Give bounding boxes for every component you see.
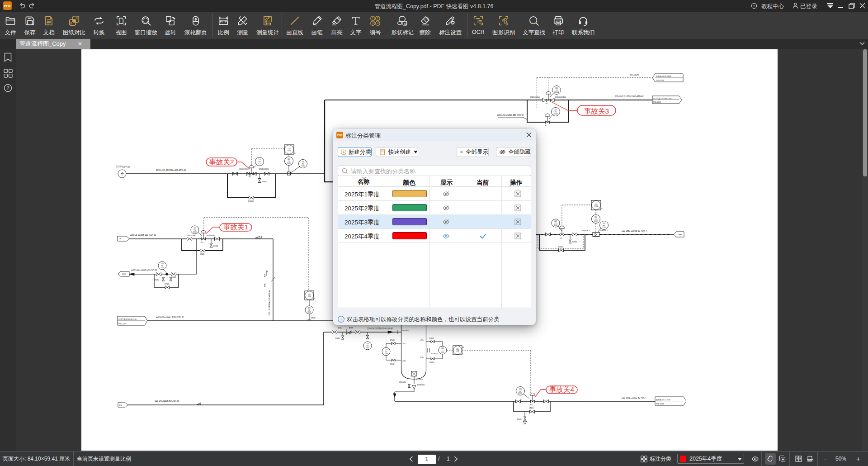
- svg-text:2105: 2105: [307, 311, 311, 313]
- svg-text:3: 3: [372, 22, 374, 25]
- svg-text:DN40: DN40: [390, 363, 395, 365]
- svg-text:ARK: ARK: [264, 283, 266, 287]
- svg-text:220-LSC-21005-25-A1A-W: 220-LSC-21005-25-A1A-W: [131, 269, 157, 271]
- svg-text:FC: FC: [530, 404, 533, 406]
- svg-text:220-LN-21005-50-A1A-W: 220-LN-21005-50-A1A-W: [155, 400, 179, 402]
- svg-text:FE: FE: [603, 225, 605, 227]
- svg-text:P/ID-2201: P/ID-2201: [656, 79, 664, 81]
- svg-text:PE: PE: [302, 163, 304, 165]
- svg-text:事故关1: 事故关1: [223, 223, 248, 231]
- svg-text:DN25: DN25: [154, 279, 159, 281]
- svg-text:DN25: DN25: [165, 283, 170, 285]
- svg-text:PV: PV: [556, 90, 558, 91]
- svg-text:2125: 2125: [287, 162, 291, 164]
- svg-text:FC: FC: [545, 124, 547, 127]
- svg-text:50-100%: 50-100%: [630, 74, 639, 76]
- svg-text:?: ?: [7, 85, 9, 90]
- svg-text:DN50: DN50: [558, 246, 563, 248]
- svg-text:N2DN50: N2DN50: [402, 330, 409, 332]
- svg-text:220-WNE-21002-80-ATK-T: 220-WNE-21002-80-ATK-T: [622, 397, 647, 399]
- svg-text:DN40: DN40: [311, 317, 316, 319]
- svg-text:P/ID-2221: P/ID-2221: [653, 101, 661, 103]
- svg-text:IL: IL: [314, 297, 316, 300]
- svg-text:2125: 2125: [258, 163, 261, 165]
- svg-text:DN800X400: DN800X400: [530, 96, 540, 98]
- svg-text:A1A: A1A: [264, 273, 266, 277]
- svg-text:DN50X25: DN50X25: [600, 229, 609, 232]
- svg-text:DN25: DN25: [171, 276, 176, 278]
- svg-text:A: A: [75, 17, 78, 20]
- svg-text:2161: 2161: [441, 352, 444, 353]
- svg-text:2162: 2162: [594, 220, 598, 222]
- svg-text:220-LNC-21017-600-ARK-W: 220-LNC-21017-600-ARK-W: [156, 316, 184, 318]
- svg-text:FC: FC: [560, 237, 562, 239]
- svg-text:220: 220: [288, 148, 291, 150]
- svg-text:N2 DN500: N2 DN500: [431, 353, 438, 355]
- svg-text:DN25: DN25: [213, 245, 218, 247]
- svg-text:PV: PV: [259, 161, 261, 163]
- svg-text:残液去220-C-2105: 残液去220-C-2105: [656, 399, 670, 401]
- svg-text:FXA: FXA: [288, 150, 291, 152]
- svg-text:LS: LS: [119, 238, 121, 240]
- svg-text:DN80: DN80: [529, 407, 534, 409]
- svg-text:FC: FC: [201, 241, 203, 243]
- svg-text:2: 2: [377, 17, 378, 20]
- svg-text:2162: 2162: [602, 227, 606, 228]
- svg-text:220-DB0-21005-50-AUK-T: 220-DB0-21005-50-AUK-T: [622, 230, 647, 232]
- svg-text:220-LNC-21006-1000-ATN-W: 220-LNC-21006-1000-ATN-W: [615, 95, 644, 98]
- svg-text:DN20: DN20: [262, 181, 267, 183]
- svg-text:220-LS-21008A-100-ARK-W: 220-LS-21008A-100-ARK-W: [268, 290, 270, 315]
- svg-text:P/ID-2201: P/ID-2201: [118, 323, 127, 325]
- svg-text:B: B: [70, 22, 72, 25]
- svg-text:DN25: DN25: [517, 418, 522, 420]
- svg-text:2105: 2105: [193, 231, 197, 233]
- svg-text:LICA: LICA: [456, 350, 459, 352]
- svg-text:2160: 2160: [384, 353, 388, 355]
- svg-text:事故关2: 事故关2: [209, 158, 234, 166]
- svg-text:DN20: DN20: [335, 338, 340, 339]
- svg-text:CO2气去220-GW-21007: CO2气去220-GW-21007: [653, 97, 672, 100]
- svg-text:TXA: TXA: [308, 295, 311, 297]
- svg-text:事故关4: 事故关4: [549, 385, 575, 393]
- svg-text:2161L: 2161L: [518, 392, 523, 394]
- svg-text:2104A: 2104A: [554, 91, 559, 93]
- svg-text:DN50X25: DN50X25: [582, 229, 590, 232]
- svg-text:LG2b: LG2b: [402, 360, 406, 362]
- svg-text:FC: FC: [249, 176, 252, 178]
- svg-text:2125: 2125: [301, 165, 305, 167]
- svg-text:DN50: DN50: [429, 361, 434, 363]
- svg-text:220: 220: [595, 204, 598, 205]
- svg-text:LSC: LSC: [122, 273, 126, 275]
- svg-text:2105: 2105: [160, 267, 164, 269]
- svg-text:CO2气去气化: CO2气去气化: [116, 165, 130, 168]
- svg-text:IL: IL: [294, 152, 296, 154]
- svg-text:220: 220: [456, 348, 459, 350]
- svg-text:DN40: DN40: [390, 339, 395, 341]
- svg-text:220-LNC-21020A-400-ATK-W: 220-LNC-21020A-400-ATK-W: [156, 169, 186, 171]
- svg-text:自营走向P/ID-2104: 自营走向P/ID-2104: [656, 75, 671, 77]
- svg-text:2110: 2110: [366, 347, 369, 349]
- svg-text:220: 220: [308, 294, 311, 295]
- svg-text:DN400X300: DN400X300: [239, 168, 249, 170]
- svg-text:DN100X80: DN100X80: [206, 234, 215, 237]
- svg-text:A15K: A15K: [349, 327, 354, 329]
- svg-text:H: H: [462, 346, 464, 348]
- svg-text:DN400X300: DN400X300: [259, 168, 269, 170]
- svg-text:PT: PT: [288, 161, 290, 162]
- svg-text:DER: DER: [678, 233, 682, 236]
- svg-text:4: 4: [377, 22, 378, 25]
- svg-text:LT2a: LT2a: [420, 339, 424, 341]
- svg-text:N5 DN50: N5 DN50: [416, 379, 423, 380]
- svg-text:2162: 2162: [554, 224, 557, 226]
- svg-text:?: ?: [753, 4, 755, 8]
- svg-text:DN80: DN80: [200, 253, 205, 255]
- svg-text:DN50: DN50: [429, 338, 434, 339]
- svg-text:DN300: DN300: [248, 200, 254, 202]
- svg-text:PDF: PDF: [337, 133, 343, 137]
- svg-text:IL: IL: [601, 207, 603, 209]
- svg-text:A1A: A1A: [338, 327, 342, 329]
- svg-text:2104C: 2104C: [553, 113, 558, 115]
- svg-text:LT3b: LT3b: [420, 357, 424, 358]
- svg-text:LG2a: LG2a: [402, 343, 406, 345]
- svg-text:FC: FC: [546, 102, 548, 105]
